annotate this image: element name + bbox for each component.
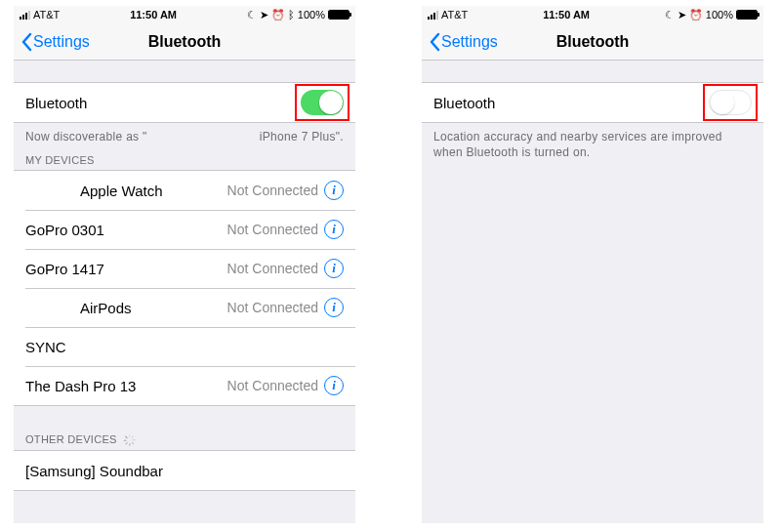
bluetooth-toggle[interactable] <box>709 90 752 115</box>
my-devices-header: MY DEVICES <box>14 148 355 170</box>
do-not-disturb-icon: ☾ <box>247 9 257 21</box>
chevron-left-icon <box>428 32 441 52</box>
nav-bar: Settings Bluetooth <box>422 23 763 61</box>
bluetooth-toggle[interactable] <box>301 90 344 115</box>
info-icon[interactable]: i <box>324 298 344 317</box>
signal-icon <box>428 11 438 20</box>
phone-bluetooth-off: AT&T 11:50 AM ☾ ➤ ⏰ 100% Settings Blueto… <box>422 6 763 523</box>
device-name: GoPro 1417 <box>25 261 104 277</box>
battery-pct: 100% <box>706 9 733 20</box>
device-row[interactable]: SYNC <box>14 327 355 366</box>
nav-bar: Settings Bluetooth <box>14 23 355 61</box>
status-bar: AT&T 11:50 AM ☾ ➤ ⏰ ᛒ 100% <box>14 6 355 23</box>
signal-icon <box>20 11 30 20</box>
discoverable-note: Now discoverable as " iPhone 7 Plus". <box>14 123 355 148</box>
navigation-icon: ➤ <box>678 9 686 21</box>
device-name: The Dash Pro 13 <box>25 378 136 394</box>
spinner-icon <box>124 434 136 446</box>
info-icon[interactable]: i <box>324 220 344 239</box>
battery-pct: 100% <box>298 9 325 20</box>
bluetooth-toggle-label: Bluetooth <box>25 95 87 111</box>
device-name: Apple Watch <box>25 183 163 199</box>
back-button[interactable]: Settings <box>20 32 90 52</box>
carrier-label: AT&T <box>441 9 468 20</box>
navigation-icon: ➤ <box>260 9 268 21</box>
device-row[interactable]: Apple WatchNot Connectedi <box>14 171 355 210</box>
device-name: SYNC <box>25 339 66 355</box>
bluetooth-toggle-row[interactable]: Bluetooth <box>14 83 355 122</box>
info-icon[interactable]: i <box>324 181 344 200</box>
device-row[interactable]: GoPro 1417Not Connectedi <box>14 249 355 288</box>
bluetooth-toggle-label: Bluetooth <box>433 95 495 111</box>
other-devices-header: OTHER DEVICES <box>14 428 355 450</box>
device-name: AirPods <box>25 300 132 316</box>
device-status: Not Connectedi <box>227 181 344 200</box>
device-row[interactable]: AirPodsNot Connectedi <box>14 288 355 327</box>
info-icon[interactable]: i <box>324 259 344 278</box>
device-row[interactable]: [Samsung] Soundbar <box>14 451 355 490</box>
bluetooth-toggle-section: Bluetooth <box>422 82 763 123</box>
device-status: Not Connectedi <box>227 220 344 239</box>
page-title: Bluetooth <box>148 33 222 51</box>
battery-icon <box>736 10 758 20</box>
info-icon[interactable]: i <box>324 376 344 395</box>
alarm-icon: ⏰ <box>689 9 703 21</box>
device-status: Not Connectedi <box>227 259 344 278</box>
bluetooth-icon: ᛒ <box>288 9 295 20</box>
device-name: [Samsung] Soundbar <box>25 463 163 479</box>
back-button[interactable]: Settings <box>428 32 498 52</box>
device-row[interactable]: GoPro 0301Not Connectedi <box>14 210 355 249</box>
device-row[interactable]: The Dash Pro 13Not Connectedi <box>14 366 355 405</box>
do-not-disturb-icon: ☾ <box>665 9 675 21</box>
bluetooth-off-note: Location accuracy and nearby services ar… <box>422 123 763 164</box>
back-label: Settings <box>441 33 498 51</box>
device-status: Not Connectedi <box>227 298 344 317</box>
clock: 11:50 AM <box>543 9 590 20</box>
other-devices-list: [Samsung] Soundbar <box>14 450 355 491</box>
phone-bluetooth-on: AT&T 11:50 AM ☾ ➤ ⏰ ᛒ 100% Settings Blue… <box>14 6 355 523</box>
carrier-label: AT&T <box>33 9 60 20</box>
bluetooth-toggle-row[interactable]: Bluetooth <box>422 83 763 122</box>
bluetooth-toggle-section: Bluetooth <box>14 82 355 123</box>
device-name: GoPro 0301 <box>25 222 104 238</box>
chevron-left-icon <box>20 32 33 52</box>
my-devices-list: Apple WatchNot ConnectediGoPro 0301Not C… <box>14 170 355 406</box>
status-bar: AT&T 11:50 AM ☾ ➤ ⏰ 100% <box>422 6 763 23</box>
battery-icon <box>328 10 349 20</box>
device-status: Not Connectedi <box>227 376 344 395</box>
page-title: Bluetooth <box>556 33 630 51</box>
clock: 11:50 AM <box>130 9 177 20</box>
alarm-icon: ⏰ <box>271 9 285 21</box>
back-label: Settings <box>33 33 90 51</box>
